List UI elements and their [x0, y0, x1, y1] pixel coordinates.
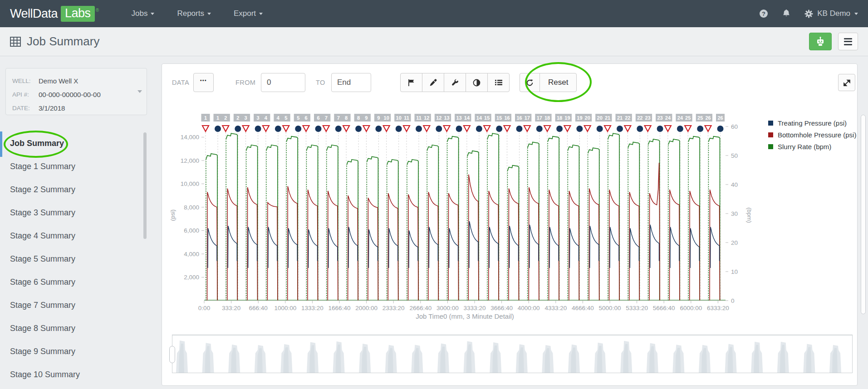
- legend-item-slurry-rate-bpm-[interactable]: Slurry Rate (bpm): [768, 143, 856, 151]
- stage-end-marker[interactable]: [315, 126, 322, 132]
- stage-start-marker[interactable]: [444, 126, 450, 131]
- stage-end-marker[interactable]: [355, 126, 362, 132]
- stage-end-marker[interactable]: [335, 126, 342, 132]
- main-chart[interactable]: 0:00333:20666:401000:001333:201666:40200…: [168, 109, 758, 327]
- svg-text:26: 26: [705, 115, 711, 121]
- eyedropper-button[interactable]: [422, 73, 444, 92]
- stage-start-marker[interactable]: [604, 126, 611, 131]
- sidebar-item-stage-2-summary[interactable]: Stage 2 Summary: [0, 178, 142, 201]
- from-input[interactable]: [261, 73, 305, 92]
- sidebar-item-stage-8-summary[interactable]: Stage 8 Summary: [0, 317, 142, 340]
- stage-start-marker[interactable]: [303, 126, 309, 131]
- stage-end-marker[interactable]: [637, 126, 643, 132]
- stage-start-marker[interactable]: [564, 126, 570, 131]
- to-input[interactable]: [331, 73, 371, 92]
- chart-navigator[interactable]: [172, 335, 853, 373]
- help-circle-icon[interactable]: ?: [759, 9, 768, 18]
- chart-tools-group: [400, 73, 510, 92]
- svg-text:15: 15: [496, 115, 502, 121]
- menu-button[interactable]: [838, 33, 858, 50]
- stage-end-marker[interactable]: [436, 126, 442, 132]
- reset-button[interactable]: Reset: [539, 73, 577, 92]
- sidebar-item-stage-5-summary[interactable]: Stage 5 Summary: [0, 248, 142, 271]
- stage-start-marker[interactable]: [383, 126, 390, 131]
- stage-start-marker[interactable]: [685, 126, 691, 131]
- stage-end-marker[interactable]: [657, 126, 663, 132]
- stage-start-marker[interactable]: [464, 126, 470, 131]
- stage-start-marker[interactable]: [665, 126, 671, 131]
- stage-start-marker[interactable]: [544, 126, 550, 131]
- stage-end-marker[interactable]: [677, 126, 683, 132]
- stage-end-marker[interactable]: [295, 126, 301, 132]
- chevron-down-icon: [207, 13, 211, 15]
- sidebar-item-job-summary[interactable]: Job Summary: [0, 132, 142, 155]
- sidebar-scrollbar[interactable]: [143, 132, 147, 239]
- wrench-button[interactable]: [444, 73, 466, 92]
- stage-end-marker[interactable]: [416, 126, 422, 132]
- stage-start-marker[interactable]: [584, 126, 591, 131]
- data-options-button[interactable]: •••: [193, 73, 214, 92]
- stage-start-marker[interactable]: [243, 126, 249, 131]
- stage-end-marker[interactable]: [617, 126, 623, 132]
- stage-start-marker[interactable]: [423, 126, 430, 131]
- stage-end-marker[interactable]: [215, 126, 221, 132]
- stage-end-marker[interactable]: [496, 126, 502, 132]
- brand-logo[interactable]: WellData Labs ®: [10, 6, 99, 22]
- sidebar-item-stage-4-summary[interactable]: Stage 4 Summary: [0, 224, 142, 248]
- stage-start-marker[interactable]: [343, 126, 349, 131]
- fullscreen-button[interactable]: [838, 74, 855, 91]
- sidebar-item-stage-9-summary[interactable]: Stage 9 Summary: [0, 340, 142, 363]
- contrast-button[interactable]: [466, 73, 488, 92]
- stage-start-marker[interactable]: [403, 126, 410, 131]
- stage-end-marker[interactable]: [697, 126, 703, 132]
- list-button[interactable]: [487, 73, 510, 92]
- sidebar-item-stage-1-summary[interactable]: Stage 1 Summary: [0, 155, 142, 178]
- stage-start-marker[interactable]: [222, 126, 229, 131]
- stage-start-marker[interactable]: [624, 126, 631, 131]
- stage-end-marker[interactable]: [456, 126, 462, 132]
- stage-end-marker[interactable]: [235, 126, 241, 132]
- stage-start-marker[interactable]: [283, 126, 289, 131]
- stage-start-marker[interactable]: [323, 126, 329, 131]
- page-scrollbar[interactable]: [861, 115, 866, 314]
- stage-start-marker[interactable]: [202, 126, 209, 131]
- stage-start-marker[interactable]: [705, 126, 711, 131]
- refresh-button[interactable]: [520, 73, 540, 92]
- svg-text:6: 6: [317, 115, 319, 121]
- nav-menu-jobs[interactable]: Jobs: [132, 9, 155, 18]
- legend-item-bottomhole-pressure-psi-[interactable]: Bottomhole Pressure (psi): [768, 131, 856, 139]
- stage-end-marker[interactable]: [275, 126, 281, 132]
- stage-end-marker[interactable]: [717, 126, 724, 132]
- stage-end-marker[interactable]: [516, 126, 523, 132]
- stage-start-marker[interactable]: [524, 126, 530, 131]
- stage-start-marker[interactable]: [484, 126, 490, 131]
- sidebar-item-stage-3-summary[interactable]: Stage 3 Summary: [0, 201, 142, 224]
- stage-end-marker[interactable]: [476, 126, 482, 132]
- stage-start-marker[interactable]: [363, 126, 369, 131]
- sidebar-item-stage-6-summary[interactable]: Stage 6 Summary: [0, 271, 142, 294]
- stage-end-marker[interactable]: [556, 126, 563, 132]
- stage-end-marker[interactable]: [597, 126, 603, 132]
- nav-menu-reports[interactable]: Reports: [177, 9, 211, 18]
- export-robot-button[interactable]: [809, 33, 832, 50]
- user-menu[interactable]: KB Demo: [804, 9, 858, 18]
- stage-end-marker[interactable]: [536, 126, 543, 132]
- sidebar-item-stage-10-summary[interactable]: Stage 10 Summary: [0, 363, 142, 386]
- stage-end-marker[interactable]: [255, 126, 261, 132]
- flag-button[interactable]: [400, 73, 422, 92]
- stage-start-marker[interactable]: [263, 126, 269, 131]
- sidebar-item-stage-7-summary[interactable]: Stage 7 Summary: [0, 294, 142, 317]
- stage-start-marker[interactable]: [645, 126, 651, 131]
- stage-start-marker[interactable]: [504, 126, 510, 131]
- stage-end-marker[interactable]: [375, 126, 382, 132]
- svg-text:16: 16: [504, 115, 510, 121]
- nav-menu-export[interactable]: Export: [234, 9, 263, 18]
- bell-icon[interactable]: [782, 9, 791, 19]
- svg-text:15: 15: [484, 115, 490, 121]
- legend-item-treating-pressure-psi-[interactable]: Treating Pressure (psi): [768, 119, 856, 127]
- well-info-card[interactable]: WELL:Demo Well XAPI #:00-000-00000-00-00…: [5, 68, 147, 115]
- navigator-handle[interactable]: [169, 346, 175, 363]
- from-label: FROM: [235, 79, 255, 86]
- stage-end-marker[interactable]: [396, 126, 402, 132]
- stage-end-marker[interactable]: [576, 126, 583, 132]
